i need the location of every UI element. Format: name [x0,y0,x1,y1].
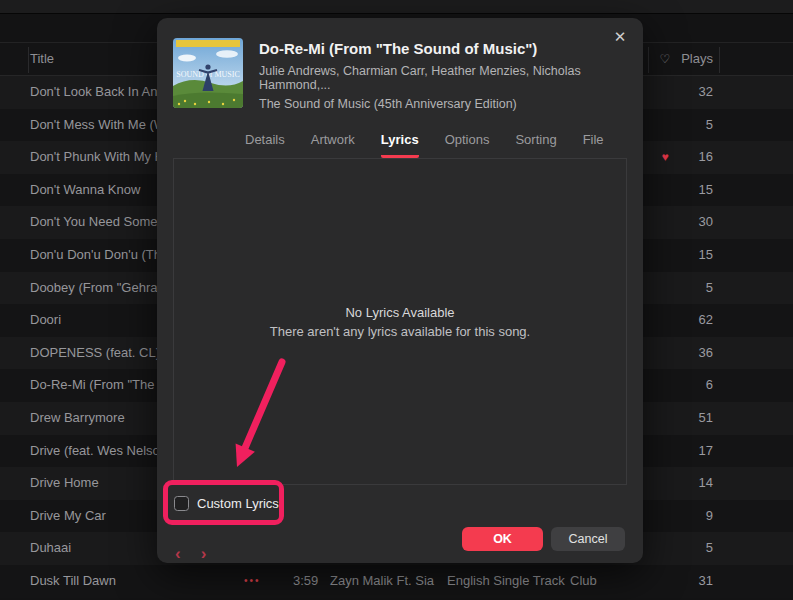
chevron-left-icon[interactable]: ‹ [175,545,181,563]
tab-options[interactable]: Options [445,132,490,158]
column-header-loved heart-icon[interactable]: ♡ [655,43,675,75]
plays-cell: 5 [706,532,713,565]
plays-cell: 30 [699,206,713,239]
no-lyrics-message: No Lyrics Available There aren't any lyr… [174,303,626,341]
song-title-cell: Doobey (From "Gehraiya [30,272,174,305]
plays-cell: 16 [699,141,713,174]
row-actions-ellipsis[interactable]: ••• [244,565,261,598]
plays-cell: 32 [699,76,713,109]
song-title-cell: Don't Mess With Me (Wh [30,109,173,142]
album-art-image: SOUND of MUSIC [173,38,243,108]
tab-details[interactable]: Details [245,132,285,158]
genre-cell: English Single Track [447,565,565,598]
plays-cell: 36 [699,337,713,370]
song-title-cell: Drive My Car [30,500,106,533]
plays-cell: 17 [699,435,713,468]
song-title-cell: DOPENESS (feat. CL) [30,337,160,370]
duration-cell: 3:59 [293,565,318,598]
song-title-cell: Don't Phunk With My He [30,141,171,174]
dialog-song-title: Do-Re-Mi (From "The Sound of Music") [259,40,643,57]
plays-cell: 5 [706,109,713,142]
song-info-dialog: ✕ SOUND of MUSIC [157,18,643,563]
no-lyrics-subtitle: There aren't any lyrics available for th… [174,322,626,341]
plays-cell: 14 [699,467,713,500]
tab-lyrics[interactable]: Lyrics [381,132,419,158]
artist-cell: Zayn Malik Ft. Sia [330,565,434,598]
top-bar [0,0,793,14]
header-divider [648,47,649,73]
header-divider [719,47,720,73]
song-title-cell: Do-Re-Mi (From "The So [30,369,174,402]
heart-cell heart-icon[interactable]: ♥ [655,141,675,174]
song-title-cell: Don't Look Back In Ange [30,76,172,109]
column-header-plays[interactable]: Plays [681,43,713,75]
tab-file[interactable]: File [583,132,604,158]
dialog-header: SOUND of MUSIC Do-Re-Mi (From "The Sound… [173,38,643,116]
table-row[interactable]: Dusk Till Dawn ••• 3:59 Zayn Malik Ft. S… [0,565,793,598]
custom-lyrics-control[interactable]: Custom Lyrics [174,496,279,511]
ok-button[interactable]: OK [462,527,543,551]
cancel-button[interactable]: Cancel [551,527,625,551]
tab-sorting[interactable]: Sorting [515,132,556,158]
category-cell: Club [570,565,597,598]
chevron-right-icon[interactable]: › [201,545,207,563]
dialog-actions: OK Cancel [462,527,625,551]
dialog-song-album: The Sound of Music (45th Anniversary Edi… [259,97,643,111]
plays-cell: 31 [699,565,713,598]
album-art: SOUND of MUSIC [173,38,243,108]
plays-cell: 9 [706,500,713,533]
song-title-cell: Drive (feat. Wes Nelson) [30,435,171,468]
song-title-cell: Dusk Till Dawn [30,565,116,598]
plays-cell: 5 [706,272,713,305]
song-title-cell: Drive Home [30,467,99,500]
song-title-cell: Don'u Don'u Don'u (The [30,239,168,272]
plays-cell: 15 [699,174,713,207]
column-header-title[interactable]: Title [30,43,54,75]
header-divider [28,47,29,73]
lyrics-panel: No Lyrics Available There aren't any lyr… [173,158,627,485]
custom-lyrics-label: Custom Lyrics [197,496,279,511]
song-title-cell: Drew Barrymore [30,402,125,435]
song-title-cell: Doori [30,304,61,337]
track-pager: ‹ › [175,545,206,563]
no-lyrics-title: No Lyrics Available [174,303,626,322]
tab-artwork[interactable]: Artwork [311,132,355,158]
plays-cell: 15 [699,239,713,272]
plays-cell: 62 [699,304,713,337]
checkbox-icon[interactable] [174,496,189,511]
dialog-song-artists: Julie Andrews, Charmian Carr, Heather Me… [259,64,643,92]
plays-cell: 51 [699,402,713,435]
song-title-cell: Don't Wanna Know [30,174,140,207]
dialog-tabs: DetailsArtworkLyricsOptionsSortingFile [245,132,604,158]
plays-cell: 6 [706,369,713,402]
song-title-cell: Duhaai [30,532,71,565]
song-title-cell: Don't You Need Somebo [30,206,172,239]
